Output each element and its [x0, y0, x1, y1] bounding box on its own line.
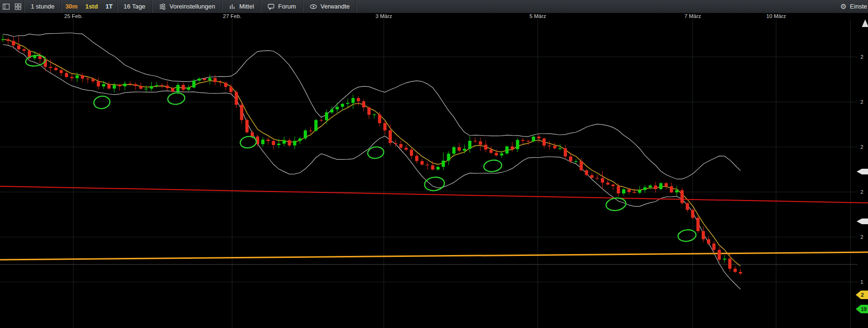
settings-button[interactable]: ⚙ Einste: [834, 0, 868, 13]
visible-range-button[interactable]: 16 Tage: [118, 0, 152, 13]
date-axis: 25 Feb.27 Feb.3 März5 März7 März10 März: [64, 13, 787, 19]
settings-label: Einste: [850, 3, 867, 10]
candlestick-series: [1, 35, 742, 275]
grid-layer: [0, 19, 858, 328]
chat-bubble-icon: [267, 3, 275, 10]
indicator-layer: [3, 33, 741, 290]
related-label: Verwandte: [321, 3, 350, 10]
axis-arrow-marker[interactable]: [857, 169, 868, 174]
panel-layout-button[interactable]: [0, 0, 12, 13]
ellipse-annotation[interactable]: [424, 176, 445, 192]
timeframe-dropdown[interactable]: 1 stunde: [25, 0, 61, 13]
svg-text:2: 2: [860, 189, 863, 195]
svg-text:19: 19: [861, 306, 867, 312]
axis-arrow-marker[interactable]: [857, 219, 868, 224]
quick-timeframe-1T[interactable]: 1T: [102, 0, 117, 13]
svg-text:27 Feb.: 27 Feb.: [223, 13, 242, 19]
indicators-button[interactable]: Mittel: [222, 0, 260, 13]
price-chart[interactable]: 25 Feb.27 Feb.3 März5 März7 März10 März2…: [0, 0, 868, 328]
axis-markers[interactable]: 219: [856, 19, 868, 313]
grid-layout-icon: [14, 3, 22, 10]
ellipse-annotation[interactable]: [93, 95, 110, 109]
toolbar-spacer: [357, 0, 834, 13]
presets-button[interactable]: Voreinstellungen: [153, 0, 221, 13]
chart-toolbar: 1 stunde 30m1std1T 16 Tage Voreinstellun…: [0, 0, 868, 13]
quick-timeframe-30m[interactable]: 30m: [62, 0, 81, 13]
gear-icon: ⚙: [840, 3, 846, 10]
svg-text:1: 1: [860, 279, 863, 285]
quick-timeframes: 30m1std1T: [62, 0, 117, 13]
sliders-icon: [159, 3, 166, 10]
svg-text:25 Feb.: 25 Feb.: [64, 13, 83, 19]
svg-text:5 März: 5 März: [529, 13, 546, 19]
resistance-line[interactable]: [0, 186, 868, 203]
panel-layout-icon: [2, 3, 10, 10]
related-button[interactable]: Verwandte: [303, 0, 356, 13]
trading-app-window: 1 stunde 30m1std1T 16 Tage Voreinstellun…: [0, 0, 868, 328]
quick-timeframe-1std[interactable]: 1std: [81, 0, 102, 13]
svg-text:10 März: 10 März: [766, 13, 786, 19]
scroll-arrow-icon[interactable]: [862, 19, 868, 27]
chart-canvas[interactable]: 25 Feb.27 Feb.3 März5 März7 März10 März2…: [0, 0, 868, 328]
ellipse-annotation[interactable]: [483, 159, 503, 173]
eye-icon: [309, 3, 317, 10]
svg-text:2: 2: [860, 234, 863, 240]
svg-text:2: 2: [860, 144, 863, 150]
annotation-ellipses[interactable]: [25, 54, 697, 242]
indicators-icon: [228, 3, 236, 10]
forum-button[interactable]: Forum: [261, 0, 302, 13]
support-line[interactable]: [0, 252, 868, 260]
svg-text:2: 2: [860, 54, 863, 60]
forum-label: Forum: [278, 3, 296, 10]
svg-text:7 März: 7 März: [684, 13, 701, 19]
indicators-label: Mittel: [239, 3, 254, 10]
trendline-layer[interactable]: [0, 186, 868, 260]
svg-text:2: 2: [860, 99, 863, 105]
ellipse-annotation[interactable]: [678, 228, 697, 242]
grid-layout-button[interactable]: [12, 0, 24, 13]
presets-label: Voreinstellungen: [170, 3, 215, 10]
svg-text:3 März: 3 März: [375, 13, 392, 19]
svg-text:2: 2: [861, 292, 864, 298]
ellipse-annotation[interactable]: [167, 92, 186, 106]
